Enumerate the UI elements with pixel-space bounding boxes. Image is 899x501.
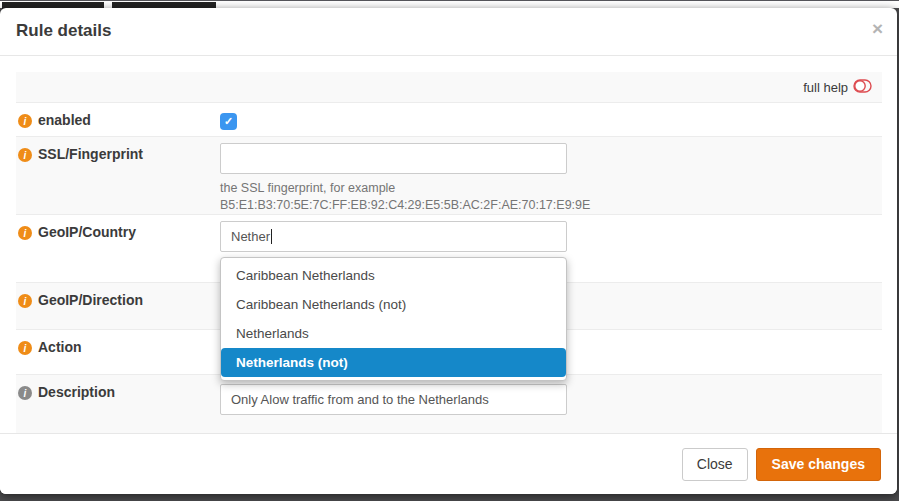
info-icon[interactable]: i — [18, 226, 32, 240]
description-label: Description — [38, 384, 115, 400]
ssl-help-text: the SSL fingerprint, for example B5:E1:B… — [220, 180, 860, 213]
full-help-row: full help — [16, 72, 882, 103]
info-icon[interactable]: i — [18, 294, 32, 308]
close-button[interactable]: Close — [682, 448, 748, 481]
enabled-label: enabled — [38, 112, 91, 128]
action-label: Action — [38, 339, 82, 355]
dropdown-option-highlighted[interactable]: Netherlands (not) — [221, 348, 566, 377]
enabled-label-group: i enabled — [16, 103, 220, 136]
geoip-country-value: Nether — [231, 229, 270, 244]
rule-details-modal: Rule details × full help i enabled ✓ — [0, 8, 897, 494]
ssl-fingerprint-row: i SSL/Fingerprint the SSL fingerprint, f… — [16, 137, 882, 215]
modal-title: Rule details — [16, 21, 881, 41]
country-autocomplete-dropdown: Caribbean Netherlands Caribbean Netherla… — [220, 257, 567, 381]
geoip-direction-label-group: i GeoIP/Direction — [16, 283, 220, 329]
clipped-page-heading — [0, 0, 899, 8]
dropdown-option[interactable]: Caribbean Netherlands (not) — [221, 290, 566, 319]
ssl-help-line2: B5:E1:B3:70:5E:7C:FF:EB:92:C4:29:E5:5B:A… — [220, 197, 860, 214]
ssl-fingerprint-label: SSL/Fingerprint — [38, 146, 143, 162]
geoip-country-label-group: i GeoIP/Country — [16, 215, 220, 282]
close-icon[interactable]: × — [872, 18, 883, 40]
text-caret — [271, 229, 272, 244]
save-changes-button[interactable]: Save changes — [756, 448, 881, 481]
geoip-direction-label: GeoIP/Direction — [38, 292, 143, 308]
geoip-country-input[interactable]: Nether — [220, 221, 567, 252]
enabled-row: i enabled ✓ — [16, 103, 882, 137]
toggle-off-icon[interactable] — [853, 79, 872, 96]
ssl-label-group: i SSL/Fingerprint — [16, 137, 220, 214]
modal-footer: Close Save changes — [0, 433, 897, 494]
action-label-group: i Action — [16, 330, 220, 374]
geoip-country-label: GeoIP/Country — [38, 224, 136, 240]
info-icon[interactable]: i — [18, 341, 32, 355]
ssl-help-line1: the SSL fingerprint, for example — [220, 180, 860, 197]
description-input[interactable] — [220, 384, 567, 415]
full-help-toggle[interactable]: full help — [803, 79, 872, 96]
description-row: i Description — [16, 375, 882, 433]
dropdown-option[interactable]: Caribbean Netherlands — [221, 261, 566, 290]
dropdown-option[interactable]: Netherlands — [221, 319, 566, 348]
full-help-label: full help — [803, 80, 848, 95]
ssl-fingerprint-input[interactable] — [220, 143, 567, 174]
modal-header: Rule details × — [0, 8, 897, 56]
info-icon[interactable]: i — [18, 386, 32, 400]
info-icon[interactable]: i — [18, 148, 32, 162]
info-icon[interactable]: i — [18, 114, 32, 128]
description-label-group: i Description — [16, 375, 220, 433]
enabled-checkbox[interactable]: ✓ — [220, 113, 237, 130]
